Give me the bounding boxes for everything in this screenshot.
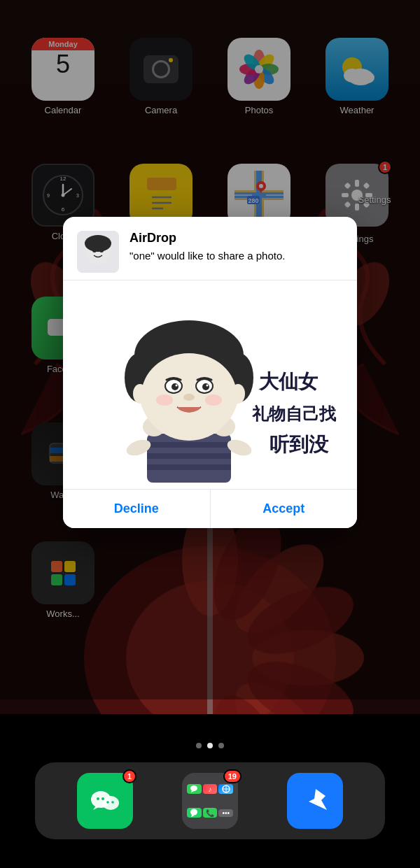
page-dot-2: [207, 743, 213, 748]
svg-point-108: [133, 384, 147, 404]
folder-badge: 19: [223, 769, 241, 783]
wechat-badge: 1: [122, 769, 136, 783]
svg-point-107: [205, 394, 222, 406]
svg-point-80: [85, 235, 111, 252]
svg-text:大仙女: 大仙女: [258, 371, 318, 392]
svg-text:听到没: 听到没: [270, 434, 329, 455]
accept-button[interactable]: Accept: [211, 490, 358, 528]
svg-point-81: [92, 248, 97, 252]
dialog-header: AirDrop "one" would like to share a phot…: [63, 217, 357, 280]
svg-point-102: [202, 383, 209, 390]
svg-text:♪: ♪: [208, 785, 211, 793]
dock-area: 1 ♪: [0, 714, 420, 868]
svg-point-104: [206, 385, 209, 387]
dialog-image-area: 大仙女 礼物自己找 听到没: [63, 280, 357, 490]
svg-point-126: [190, 809, 197, 816]
svg-point-103: [176, 385, 178, 387]
svg-rect-87: [147, 453, 231, 459]
folder-whatsapp: [187, 808, 202, 818]
page-dots: [196, 743, 224, 748]
folder-messages: [187, 784, 202, 794]
svg-point-105: [183, 394, 195, 401]
svg-point-106: [156, 394, 173, 406]
svg-text:📞: 📞: [206, 809, 215, 818]
svg-point-109: [231, 384, 245, 404]
folder-safari: [218, 784, 233, 794]
decline-button[interactable]: Decline: [63, 490, 211, 528]
svg-point-115: [97, 797, 99, 800]
svg-rect-86: [147, 442, 231, 448]
svg-point-118: [111, 801, 114, 804]
svg-point-114: [102, 796, 119, 810]
dock-dingtalk[interactable]: [287, 773, 343, 829]
svg-rect-88: [147, 464, 231, 470]
folder-music: ♪: [203, 784, 218, 794]
dock: 1 ♪: [35, 762, 385, 839]
svg-point-101: [172, 383, 178, 390]
svg-point-117: [106, 801, 109, 804]
svg-text:礼物自己找: 礼物自己找: [251, 404, 337, 423]
dialog-subtitle: "one" would like to share a photo.: [130, 248, 343, 263]
page-dot-3: [218, 743, 224, 748]
dialog-title: AirDrop: [130, 231, 343, 246]
dock-wechat-wrapper: 1: [77, 773, 133, 829]
page-dot-1: [196, 743, 202, 748]
dock-folder-wrapper: ♪ 📞 ••• 19: [182, 773, 238, 829]
folder-phone: 📞: [203, 808, 218, 818]
svg-point-82: [99, 248, 104, 252]
dialog-text: AirDrop "one" would like to share a phot…: [130, 231, 343, 263]
dingtalk-icon: [287, 773, 343, 829]
svg-point-116: [102, 797, 104, 800]
airdrop-thumbnail: [77, 231, 119, 273]
airdrop-dialog: AirDrop "one" would like to share a phot…: [63, 217, 357, 528]
folder-more: •••: [218, 809, 233, 817]
dialog-buttons: Decline Accept: [63, 490, 357, 528]
svg-point-120: [190, 785, 197, 791]
